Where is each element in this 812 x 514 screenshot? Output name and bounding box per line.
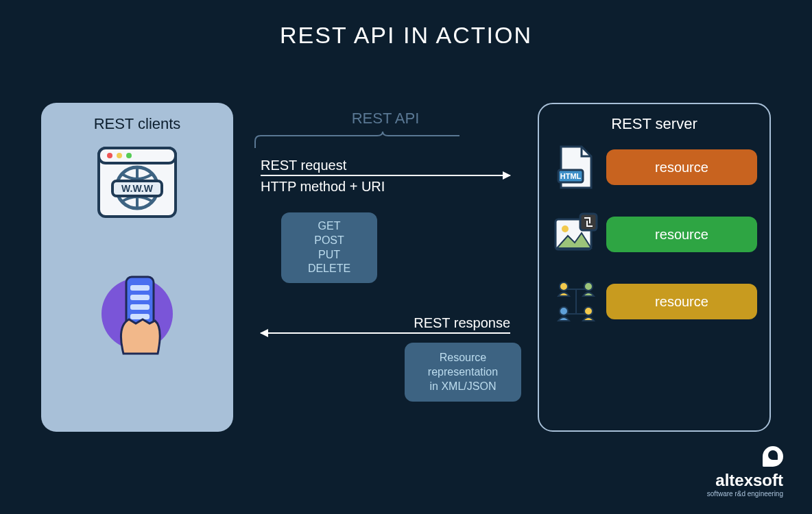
http-method: DELETE xyxy=(291,262,368,276)
request-arrow-block: REST request HTTP method + URI xyxy=(261,158,510,195)
http-methods-box: GET POST PUT DELETE xyxy=(281,212,377,283)
mobile-app-icon xyxy=(96,265,178,363)
resource-row-people: resource xyxy=(551,277,757,326)
rest-api-label: REST API xyxy=(247,110,524,127)
diagram-title: REST API IN ACTION xyxy=(0,0,812,49)
diagram-stage: REST clients W.W.W xyxy=(41,103,771,473)
svg-point-24 xyxy=(560,307,568,315)
response-caption: REST response xyxy=(261,315,510,331)
request-arrow-icon xyxy=(261,175,510,176)
clients-heading: REST clients xyxy=(53,115,221,133)
brand-tagline: software r&d engineering xyxy=(707,490,783,498)
server-heading: REST server xyxy=(551,115,757,133)
rest-server-panel: REST server HTML resource xyxy=(538,103,771,432)
svg-point-25 xyxy=(584,307,593,315)
svg-point-17 xyxy=(562,225,569,232)
resource-badge: resource xyxy=(606,284,757,319)
svg-rect-10 xyxy=(130,285,150,291)
brand-logo: altexsoft software r&d engineering xyxy=(707,446,783,498)
bracket-icon xyxy=(254,130,459,149)
logo-bubble-icon xyxy=(763,446,783,467)
svg-rect-13 xyxy=(130,314,150,319)
response-note: representation xyxy=(414,365,512,380)
svg-point-2 xyxy=(107,153,112,158)
response-arrow-block: REST response xyxy=(261,315,510,334)
svg-rect-12 xyxy=(130,304,150,310)
html-file-icon: HTML xyxy=(551,143,601,192)
response-note: Resource xyxy=(414,351,512,365)
svg-point-4 xyxy=(126,153,132,158)
browser-www-icon: W.W.W xyxy=(96,145,178,223)
request-sub: HTTP method + URI xyxy=(261,179,510,195)
request-caption: REST request xyxy=(261,158,510,173)
response-arrow-icon xyxy=(261,332,510,334)
people-network-icon xyxy=(551,277,601,326)
svg-point-3 xyxy=(117,153,122,158)
svg-rect-18 xyxy=(580,214,597,230)
response-note-box: Resource representation in XML/JSON xyxy=(405,343,521,402)
response-note: in XML/JSON xyxy=(414,380,512,394)
svg-rect-11 xyxy=(130,295,150,300)
rest-api-middle: REST API REST request HTTP method + URI … xyxy=(247,103,524,432)
svg-text:W.W.W: W.W.W xyxy=(121,183,154,194)
svg-text:HTML: HTML xyxy=(560,172,582,180)
resource-badge: resource xyxy=(606,149,757,185)
resource-badge: resource xyxy=(606,217,757,252)
http-method: PUT xyxy=(291,248,368,262)
http-method: POST xyxy=(291,234,368,248)
rest-clients-panel: REST clients W.W.W xyxy=(41,103,233,432)
resource-row-image: resource xyxy=(551,210,757,259)
resource-row-html: HTML resource xyxy=(551,143,757,192)
image-file-icon xyxy=(551,210,601,259)
svg-point-22 xyxy=(560,282,568,291)
http-method: GET xyxy=(291,219,368,234)
svg-point-23 xyxy=(584,282,593,291)
brand-name: altexsoft xyxy=(707,471,783,490)
